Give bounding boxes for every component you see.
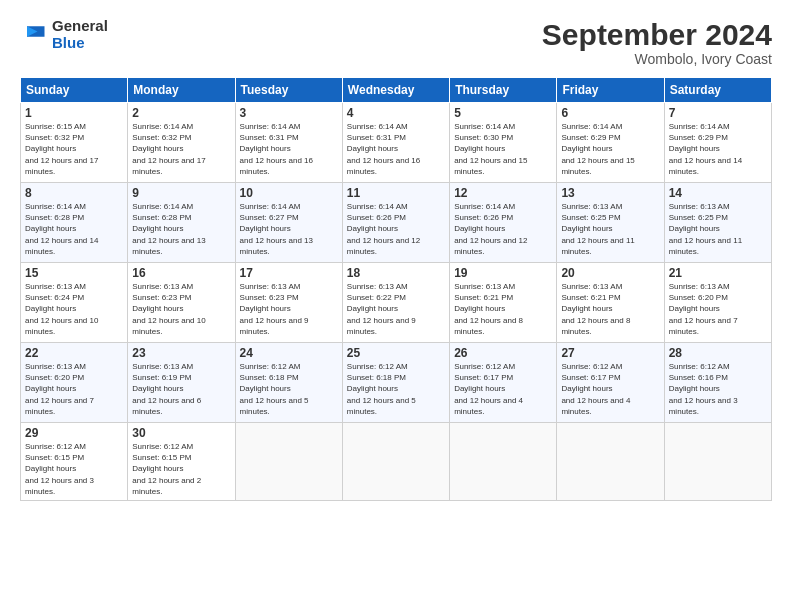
table-row: 25 Sunrise: 6:12 AMSunset: 6:18 PMDaylig… bbox=[342, 343, 449, 423]
table-row: 15 Sunrise: 6:13 AMSunset: 6:24 PMDaylig… bbox=[21, 263, 128, 343]
cell-info: Sunrise: 6:12 AMSunset: 6:15 PMDaylight … bbox=[25, 442, 94, 496]
cell-info: Sunrise: 6:12 AMSunset: 6:15 PMDaylight … bbox=[132, 442, 201, 496]
day-number: 20 bbox=[561, 266, 659, 280]
table-row bbox=[342, 423, 449, 501]
table-row: 11 Sunrise: 6:14 AMSunset: 6:26 PMDaylig… bbox=[342, 183, 449, 263]
table-row: 26 Sunrise: 6:12 AMSunset: 6:17 PMDaylig… bbox=[450, 343, 557, 423]
cell-info: Sunrise: 6:15 AMSunset: 6:32 PMDaylight … bbox=[25, 122, 98, 176]
logo-blue: Blue bbox=[52, 35, 108, 52]
logo-general: General bbox=[52, 18, 108, 35]
table-row: 16 Sunrise: 6:13 AMSunset: 6:23 PMDaylig… bbox=[128, 263, 235, 343]
cell-info: Sunrise: 6:12 AMSunset: 6:18 PMDaylight … bbox=[347, 362, 416, 416]
day-number: 10 bbox=[240, 186, 338, 200]
day-number: 4 bbox=[347, 106, 445, 120]
cell-info: Sunrise: 6:13 AMSunset: 6:21 PMDaylight … bbox=[561, 282, 630, 336]
cell-info: Sunrise: 6:14 AMSunset: 6:26 PMDaylight … bbox=[454, 202, 527, 256]
cell-info: Sunrise: 6:13 AMSunset: 6:24 PMDaylight … bbox=[25, 282, 98, 336]
col-thursday: Thursday bbox=[450, 78, 557, 103]
table-row bbox=[557, 423, 664, 501]
col-wednesday: Wednesday bbox=[342, 78, 449, 103]
cell-info: Sunrise: 6:12 AMSunset: 6:16 PMDaylight … bbox=[669, 362, 738, 416]
table-row: 22 Sunrise: 6:13 AMSunset: 6:20 PMDaylig… bbox=[21, 343, 128, 423]
cell-info: Sunrise: 6:14 AMSunset: 6:29 PMDaylight … bbox=[561, 122, 634, 176]
table-row: 30 Sunrise: 6:12 AMSunset: 6:15 PMDaylig… bbox=[128, 423, 235, 501]
table-row: 29 Sunrise: 6:12 AMSunset: 6:15 PMDaylig… bbox=[21, 423, 128, 501]
cell-info: Sunrise: 6:13 AMSunset: 6:23 PMDaylight … bbox=[132, 282, 205, 336]
table-row: 21 Sunrise: 6:13 AMSunset: 6:20 PMDaylig… bbox=[664, 263, 771, 343]
table-row: 2 Sunrise: 6:14 AMSunset: 6:32 PMDayligh… bbox=[128, 103, 235, 183]
day-number: 30 bbox=[132, 426, 230, 440]
day-number: 1 bbox=[25, 106, 123, 120]
table-row: 4 Sunrise: 6:14 AMSunset: 6:31 PMDayligh… bbox=[342, 103, 449, 183]
day-number: 26 bbox=[454, 346, 552, 360]
day-number: 23 bbox=[132, 346, 230, 360]
cell-info: Sunrise: 6:13 AMSunset: 6:25 PMDaylight … bbox=[561, 202, 634, 256]
day-number: 6 bbox=[561, 106, 659, 120]
table-row: 1 Sunrise: 6:15 AMSunset: 6:32 PMDayligh… bbox=[21, 103, 128, 183]
day-number: 17 bbox=[240, 266, 338, 280]
table-row: 10 Sunrise: 6:14 AMSunset: 6:27 PMDaylig… bbox=[235, 183, 342, 263]
month-title: September 2024 bbox=[542, 18, 772, 51]
table-row: 8 Sunrise: 6:14 AMSunset: 6:28 PMDayligh… bbox=[21, 183, 128, 263]
day-number: 28 bbox=[669, 346, 767, 360]
table-row: 14 Sunrise: 6:13 AMSunset: 6:25 PMDaylig… bbox=[664, 183, 771, 263]
table-row: 23 Sunrise: 6:13 AMSunset: 6:19 PMDaylig… bbox=[128, 343, 235, 423]
table-row: 18 Sunrise: 6:13 AMSunset: 6:22 PMDaylig… bbox=[342, 263, 449, 343]
table-row: 5 Sunrise: 6:14 AMSunset: 6:30 PMDayligh… bbox=[450, 103, 557, 183]
cell-info: Sunrise: 6:13 AMSunset: 6:20 PMDaylight … bbox=[669, 282, 738, 336]
col-monday: Monday bbox=[128, 78, 235, 103]
day-number: 25 bbox=[347, 346, 445, 360]
col-sunday: Sunday bbox=[21, 78, 128, 103]
day-number: 13 bbox=[561, 186, 659, 200]
cell-info: Sunrise: 6:14 AMSunset: 6:30 PMDaylight … bbox=[454, 122, 527, 176]
table-row: 13 Sunrise: 6:13 AMSunset: 6:25 PMDaylig… bbox=[557, 183, 664, 263]
cell-info: Sunrise: 6:13 AMSunset: 6:21 PMDaylight … bbox=[454, 282, 523, 336]
title-block: September 2024 Wombolo, Ivory Coast bbox=[542, 18, 772, 67]
table-row: 19 Sunrise: 6:13 AMSunset: 6:21 PMDaylig… bbox=[450, 263, 557, 343]
table-row: 9 Sunrise: 6:14 AMSunset: 6:28 PMDayligh… bbox=[128, 183, 235, 263]
calendar-page: General Blue September 2024 Wombolo, Ivo… bbox=[0, 0, 792, 612]
col-saturday: Saturday bbox=[664, 78, 771, 103]
cell-info: Sunrise: 6:14 AMSunset: 6:32 PMDaylight … bbox=[132, 122, 205, 176]
day-number: 27 bbox=[561, 346, 659, 360]
day-number: 19 bbox=[454, 266, 552, 280]
table-row bbox=[235, 423, 342, 501]
cell-info: Sunrise: 6:14 AMSunset: 6:26 PMDaylight … bbox=[347, 202, 420, 256]
day-number: 15 bbox=[25, 266, 123, 280]
cell-info: Sunrise: 6:14 AMSunset: 6:31 PMDaylight … bbox=[347, 122, 420, 176]
cell-info: Sunrise: 6:12 AMSunset: 6:18 PMDaylight … bbox=[240, 362, 309, 416]
col-friday: Friday bbox=[557, 78, 664, 103]
table-row bbox=[664, 423, 771, 501]
day-number: 14 bbox=[669, 186, 767, 200]
table-row: 24 Sunrise: 6:12 AMSunset: 6:18 PMDaylig… bbox=[235, 343, 342, 423]
day-number: 9 bbox=[132, 186, 230, 200]
cell-info: Sunrise: 6:12 AMSunset: 6:17 PMDaylight … bbox=[454, 362, 523, 416]
table-row: 6 Sunrise: 6:14 AMSunset: 6:29 PMDayligh… bbox=[557, 103, 664, 183]
table-row: 17 Sunrise: 6:13 AMSunset: 6:23 PMDaylig… bbox=[235, 263, 342, 343]
table-row: 3 Sunrise: 6:14 AMSunset: 6:31 PMDayligh… bbox=[235, 103, 342, 183]
day-number: 21 bbox=[669, 266, 767, 280]
day-number: 5 bbox=[454, 106, 552, 120]
cell-info: Sunrise: 6:14 AMSunset: 6:28 PMDaylight … bbox=[132, 202, 205, 256]
day-number: 22 bbox=[25, 346, 123, 360]
cell-info: Sunrise: 6:14 AMSunset: 6:27 PMDaylight … bbox=[240, 202, 313, 256]
logo-text: General Blue bbox=[52, 18, 108, 51]
cell-info: Sunrise: 6:13 AMSunset: 6:19 PMDaylight … bbox=[132, 362, 201, 416]
table-row: 7 Sunrise: 6:14 AMSunset: 6:29 PMDayligh… bbox=[664, 103, 771, 183]
calendar-header-row: Sunday Monday Tuesday Wednesday Thursday… bbox=[21, 78, 772, 103]
location-subtitle: Wombolo, Ivory Coast bbox=[542, 51, 772, 67]
col-tuesday: Tuesday bbox=[235, 78, 342, 103]
logo-icon bbox=[20, 21, 48, 49]
day-number: 24 bbox=[240, 346, 338, 360]
table-row: 20 Sunrise: 6:13 AMSunset: 6:21 PMDaylig… bbox=[557, 263, 664, 343]
cell-info: Sunrise: 6:14 AMSunset: 6:29 PMDaylight … bbox=[669, 122, 742, 176]
day-number: 2 bbox=[132, 106, 230, 120]
day-number: 16 bbox=[132, 266, 230, 280]
cell-info: Sunrise: 6:14 AMSunset: 6:28 PMDaylight … bbox=[25, 202, 98, 256]
cell-info: Sunrise: 6:13 AMSunset: 6:22 PMDaylight … bbox=[347, 282, 416, 336]
day-number: 3 bbox=[240, 106, 338, 120]
logo: General Blue bbox=[20, 18, 108, 51]
day-number: 11 bbox=[347, 186, 445, 200]
cell-info: Sunrise: 6:13 AMSunset: 6:20 PMDaylight … bbox=[25, 362, 94, 416]
day-number: 7 bbox=[669, 106, 767, 120]
